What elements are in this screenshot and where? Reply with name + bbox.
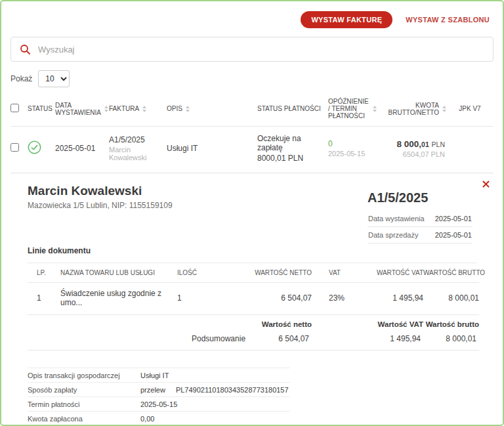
cell-payment-status: Oczekuje na zapłatę 8000,01 PLN [257, 134, 328, 163]
page-size-select[interactable]: 10 [38, 70, 70, 87]
invoice-number: A1/5/2025 [109, 135, 167, 144]
app-window: WYSTAW FAKTURĘ WYSTAW Z SZABLONU Pokaż 1… [0, 0, 504, 426]
cell-invoice: A1/5/2025 Marcin Kowalewski [109, 135, 167, 161]
document-lines-heading: Linie dokumentu [28, 246, 476, 263]
search-icon [20, 44, 31, 55]
column-description[interactable]: OPIS [167, 105, 257, 112]
cell-issue-date: 2025-05-01 [55, 144, 109, 153]
row-checkbox[interactable] [10, 143, 19, 152]
cell-description: Usługi IT [167, 144, 257, 153]
summary-row: Podsumowanie 6 504,07 1 495,94 8 000,01 [28, 331, 479, 351]
property-row: Sposób zapłaty przelewPL7490211018034352… [28, 383, 290, 397]
invoices-page: WYSTAW FAKTURĘ WYSTAW Z SZABLONU Pokaż 1… [1, 1, 503, 425]
page-size-control: Pokaż 10 [10, 70, 494, 87]
due-date: 2025-05-15 [328, 150, 382, 158]
sort-icon[interactable] [142, 106, 146, 112]
detail-head: Marcin Kowalewski Mazowiecka 1/5 Lublin,… [28, 184, 476, 244]
invoice-table-header: STATUS DATA WYSTAWIENIA FAKTURA OPIS STA… [10, 94, 494, 127]
invoice-detail-panel: Marcin Kowalewski Mazowiecka 1/5 Lublin,… [10, 173, 494, 426]
column-amount[interactable]: KWOTA BRUTTO/NETTO [382, 102, 452, 116]
invoice-row[interactable]: 2025-05-01 A1/5/2025 Marcin Kowalewski U… [10, 127, 494, 173]
line-item-name: Świadczenie usług zgodnie z umo... [60, 289, 177, 307]
meta-row-issue-date: Data wystawienia 2025-05-01 [368, 211, 472, 227]
sort-icon[interactable] [186, 106, 190, 112]
column-status: STATUS [28, 105, 52, 112]
invoice-properties: Opis transakcji gospodarczej Usługi IT S… [28, 368, 290, 426]
document-meta: A1/5/2025 Data wystawienia 2025-05-01 Da… [368, 184, 472, 244]
page-size-label: Pokaż [10, 74, 32, 83]
column-invoice[interactable]: FAKTURA [109, 105, 167, 112]
property-row: Termin płatności 2025-05-15 [28, 397, 290, 412]
sort-icon[interactable] [104, 106, 108, 112]
topbar: WYSTAW FAKTURĘ WYSTAW Z SZABLONU [10, 9, 494, 30]
property-row: Opis transakcji gospodarczej Usługi IT [28, 368, 290, 383]
delay-days: 0 [328, 139, 382, 148]
column-payment-status: STATUS PŁATNOŚCI [257, 105, 321, 112]
property-row: Kwota zapłacona 0,00 [28, 412, 290, 426]
bank-account-number: PL74902110180343528773180157 [176, 386, 289, 394]
issue-from-template-button[interactable]: WYSTAW Z SZABLONU [406, 16, 490, 24]
buyer-block: Marcin Kowalewski Mazowiecka 1/5 Lublin,… [28, 184, 173, 244]
sort-icon[interactable] [442, 106, 446, 112]
detail-invoice-number: A1/5/2025 [368, 190, 472, 205]
cell-amount: 8 000,01 PLN 6504,07 PLN [382, 139, 452, 158]
search-box [10, 37, 494, 62]
buyer-name: Marcin Kowalewski [28, 184, 173, 198]
invoice-contractor: Marcin Kowalewski [109, 146, 167, 161]
search-input[interactable] [38, 45, 484, 54]
column-jpk: JPK V7 [459, 105, 480, 112]
summary-header-row: Wartość netto Wartość VAT Wartość brutto [28, 315, 479, 331]
column-issue-date[interactable]: DATA WYSTAWIENIA [55, 102, 109, 116]
sort-icon[interactable] [373, 106, 377, 112]
status-paid-check-icon [28, 147, 41, 156]
line-item-row: 1 Świadczenie usług zgodnie z umo... 1 6… [28, 283, 479, 315]
close-icon[interactable] [480, 178, 492, 190]
lines-header-row: LP. NAZWA TOWARU LUB USŁUGI ILOŚĆ WARTOŚ… [28, 263, 479, 283]
select-all-checkbox[interactable] [10, 104, 19, 112]
net-amount: 6504,07 PLN [382, 150, 445, 158]
issue-invoice-button[interactable]: WYSTAW FAKTURĘ [301, 11, 392, 28]
buyer-info: Mazowiecka 1/5 Lublin, NIP: 1155159109 [28, 201, 173, 210]
summary-label: Podsumowanie [192, 334, 274, 343]
column-delay-due[interactable]: OPÓŹNIENIE / TERMIN PŁATNOŚCI [328, 98, 382, 119]
meta-row-sale-date: Data sprzedaży 2025-05-01 [368, 227, 472, 244]
cell-delay-due: 0 2025-05-15 [328, 139, 382, 158]
document-lines-table: LP. NAZWA TOWARU LUB USŁUGI ILOŚĆ WARTOŚ… [28, 263, 479, 351]
